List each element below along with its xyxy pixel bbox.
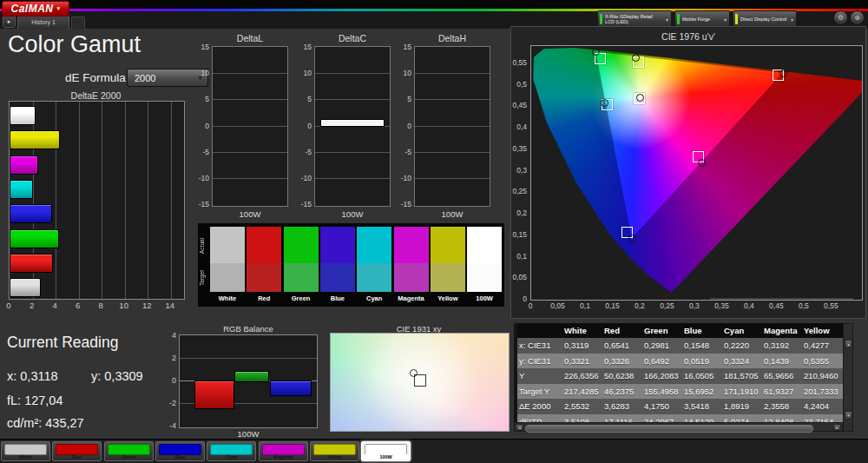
pattern-button-yellow[interactable]: Yellow <box>310 441 359 461</box>
bar-magenta <box>10 155 38 175</box>
chevron-down-icon: ▾ <box>57 5 61 12</box>
gridline <box>79 102 80 299</box>
deltal-x-label: 100W <box>212 209 288 219</box>
table-cell: 201,7333 <box>802 384 842 400</box>
cie-1976-panel: CIE 1976 u'v' Gamut Coverage: 99,5% 00,0… <box>510 26 866 319</box>
gamut-triangle <box>531 46 862 300</box>
tab-scroll-button[interactable]: ▸ <box>3 15 16 28</box>
axis-tick-label: -10 <box>401 174 411 182</box>
table-cell: 166,2083 <box>642 368 682 384</box>
axis-tick-label: 0,45 <box>512 101 527 109</box>
deltah-x-label: 100W <box>414 209 490 219</box>
deltal-chart-title: DeltaL <box>212 33 288 43</box>
pattern-button-green[interactable]: Green <box>104 441 154 461</box>
axis-tick-label: 0,25 <box>512 187 527 195</box>
gridline <box>415 73 490 74</box>
tab-new[interactable] <box>71 17 85 30</box>
actual-row-label: Actual <box>199 228 208 263</box>
axis-tick-label: -10 <box>199 174 209 182</box>
calman-menu-button[interactable]: CalMAN ▾ <box>2 1 69 17</box>
gridline <box>415 99 490 100</box>
axis-tick-label: 0,5 <box>516 80 527 89</box>
source-status-indicator <box>677 14 680 24</box>
axis-tick-label: 5 <box>407 95 411 103</box>
gridline <box>315 152 390 153</box>
table-cell: 0,1439 <box>762 354 802 369</box>
pattern-button-red[interactable]: Red <box>52 441 102 461</box>
bar-100w <box>320 119 385 127</box>
table-cell: 46,2375 <box>602 384 642 400</box>
scroll-right-button[interactable]: ▸ <box>833 424 841 431</box>
table-cell: 0,3326 <box>602 354 642 369</box>
axis-tick-label: 4 <box>172 331 176 340</box>
vertical-scrollbar[interactable]: ▴ ▾ <box>843 323 853 432</box>
deltae-2000-chart <box>9 101 185 300</box>
table-cell: 155,4958 <box>642 384 682 400</box>
axis-tick-label: -15 <box>401 200 411 208</box>
deltae-x-axis: 02468101214 <box>9 301 183 311</box>
gridline <box>213 99 287 100</box>
axis-tick-label: 0 <box>205 122 209 130</box>
row-label: x: CIE31 <box>517 338 562 354</box>
pattern-button-100w[interactable]: 100W <box>361 441 411 461</box>
gridline <box>102 102 102 299</box>
control-status-indicator <box>735 14 738 24</box>
bar-red <box>194 380 234 409</box>
axis-tick-label: 0 <box>523 294 527 303</box>
pattern-bar: ▣●▶A∞⟲⟳ ✱ ■ ↺ Back Next ↻ WhiteRedGreenB… <box>0 439 868 463</box>
meter-dropdown[interactable]: X-Rite i1Display Retail LCD (LED) ▾ <box>597 10 672 28</box>
gridline <box>213 152 287 153</box>
table-cell: 0,3321 <box>562 354 602 369</box>
control-dropdown-label: Direct Display Control <box>740 17 788 22</box>
axis-tick-label: 10 <box>115 301 133 310</box>
pattern-button-magenta[interactable]: Magenta <box>259 441 308 461</box>
profile-button[interactable]: ⊕ <box>850 10 865 25</box>
scroll-up-button[interactable]: ▴ <box>845 340 852 348</box>
table-row[interactable]: Y226,635650,6238166,208316,0505181,57056… <box>517 368 853 384</box>
swatch-target <box>431 263 465 292</box>
table-cell: 0,0519 <box>682 354 722 369</box>
axis-tick-label: 0 <box>0 301 17 310</box>
deltah-chart-title: DeltaH <box>414 33 490 43</box>
table-cell: 0,6541 <box>602 338 642 354</box>
pattern-button-cyan[interactable]: Cyan <box>207 441 256 461</box>
axis-tick-label: 6 <box>69 301 87 310</box>
horizontal-scrollbar[interactable]: ◂ ▸ <box>514 422 843 432</box>
axis-tick-label: 5 <box>205 95 209 103</box>
row-label: ΔE 2000 <box>517 399 562 414</box>
gridline <box>315 73 390 74</box>
swatch-red <box>247 227 281 292</box>
column-header: White <box>562 323 602 338</box>
de-formula-select[interactable]: 2000 ▼ <box>127 69 208 87</box>
control-dropdown[interactable]: Direct Display Control ▾ <box>733 10 797 28</box>
table-row[interactable]: Target Y217,428546,2375155,495815,695217… <box>517 384 853 400</box>
table-cell: 50,6238 <box>602 368 642 384</box>
axis-tick-label: 15 <box>404 43 411 51</box>
tab-label: History 1 <box>31 19 56 25</box>
row-label: y: CIE31 <box>517 354 562 369</box>
source-dropdown-label: Mobile Forge <box>682 17 721 22</box>
table-row[interactable]: y: CIE310,33210,33260,64920,05190,33240,… <box>517 354 853 369</box>
axis-tick-label: 0,25 <box>656 301 677 310</box>
swatch-magenta <box>394 227 429 292</box>
axis-tick-label: 0,5 <box>793 301 814 310</box>
pattern-button-white[interactable]: White <box>1 441 50 461</box>
table-cell: 226,6356 <box>562 368 602 384</box>
deltae-chart-title: DeltaE 2000 <box>9 90 183 101</box>
table-cell: 1,8919 <box>722 399 762 414</box>
table-body: x: CIE310,31190,65410,29810,15480,22200,… <box>517 338 853 432</box>
cie-1931-chart <box>330 333 510 432</box>
pattern-button-label: Magenta <box>260 454 307 460</box>
horizontal-scroll-thumb[interactable] <box>525 425 813 433</box>
table-row[interactable]: ΔE 20002,55323,62834,17503,54181,89192,3… <box>517 399 853 414</box>
axis-tick-label: 12 <box>138 301 155 310</box>
swatch-target <box>467 263 502 292</box>
source-dropdown[interactable]: Mobile Forge ▾ <box>674 10 730 28</box>
pattern-button-blue[interactable]: Blue <box>155 441 205 461</box>
table-row[interactable]: x: CIE310,31190,65410,29810,15480,22200,… <box>517 338 853 354</box>
settings-button[interactable]: ⚙ <box>833 10 848 25</box>
scroll-down-button[interactable]: ▾ <box>845 411 852 420</box>
scroll-left-button[interactable]: ◂ <box>516 424 523 431</box>
meter-dropdown-label: X-Rite i1Display Retail LCD (LED) <box>605 14 663 25</box>
column-header <box>517 323 562 338</box>
